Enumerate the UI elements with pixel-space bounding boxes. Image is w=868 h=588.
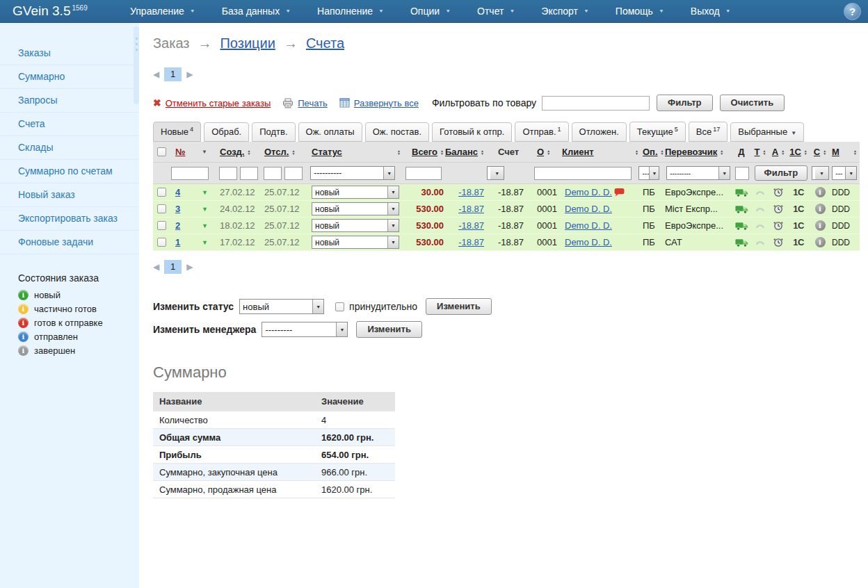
1c-icon[interactable]: 1С [793,220,804,231]
breadcrumb-invoices-link[interactable]: Счета [306,35,344,51]
filter-button[interactable]: Фильтр [657,95,713,111]
filter-created-to-input[interactable] [240,167,258,180]
col-header-t[interactable]: Т [755,147,760,157]
col-header-created[interactable]: Созд. [220,147,244,157]
expand-row-icon[interactable]: ▼ [202,206,208,213]
sort-icon[interactable] [720,149,723,155]
expand-row-icon[interactable]: ▼ [202,239,208,246]
filter-carrier-select[interactable]: ---------▼ [666,166,730,180]
info-icon[interactable]: i [815,204,826,214]
filter-tracked-from-input[interactable] [264,167,282,180]
client-link[interactable]: Demo D. D. [565,237,612,247]
status-tab[interactable]: Текущие5 [629,122,686,142]
sidebar-item[interactable]: Экспортировать заказ [0,207,139,231]
status-tab[interactable]: Отложен. [572,122,627,142]
apply-manager-button[interactable]: Изменить [356,321,422,338]
force-checkbox[interactable] [335,302,344,311]
clock-icon[interactable] [773,237,784,247]
pager-prev-icon[interactable]: ◀ [153,262,159,272]
sidebar-item[interactable]: Запросы [0,89,139,113]
filter-created-from-input[interactable] [219,167,237,180]
filter-c-select[interactable]: ▼ [812,166,829,180]
sidebar-item[interactable]: Счета [0,113,139,136]
col-header-carrier[interactable]: Перевозчик [665,147,717,157]
info-icon[interactable]: i [815,220,826,231]
filter-tracked-to-input[interactable] [284,167,303,180]
order-number-link[interactable]: 4 [175,187,180,197]
expand-row-icon[interactable]: ▼ [202,189,208,196]
sidebar-item[interactable]: Заказы [0,42,139,65]
col-header-status[interactable]: Статус [312,147,342,157]
change-status-select[interactable]: новый ▼ [239,299,324,314]
sort-icon[interactable] [804,149,807,155]
delivery-truck-icon[interactable] [735,221,748,231]
pager-prev-icon[interactable]: ◀ [153,70,159,79]
row-checkbox[interactable] [157,238,166,247]
sort-icon[interactable] [291,149,295,155]
delivery-truck-icon[interactable] [735,188,748,197]
col-header-client[interactable]: Клиент [562,147,594,157]
client-link[interactable]: Demo D. D. [565,204,612,214]
order-number-link[interactable]: 1 [175,237,180,247]
sidebar-item[interactable]: Суммарно [0,65,139,89]
1c-icon[interactable]: 1С [793,187,804,197]
info-icon[interactable]: i [815,187,826,197]
sort-icon[interactable] [763,149,766,155]
pager-next-icon[interactable]: ▶ [186,70,193,79]
filter-by-product-input[interactable] [542,96,650,111]
menu-item[interactable]: Экспорт ▼ [528,6,602,17]
sidebar-item[interactable]: Новый заказ [0,183,139,207]
row-status-select[interactable]: новый▼ [312,186,399,199]
filter-status-select[interactable]: ----------▼ [310,166,395,180]
info-icon[interactable]: i [815,237,826,247]
sort-icon[interactable] [635,149,638,155]
filter-d-input[interactable] [735,167,749,180]
help-button[interactable]: ? [844,3,861,20]
balance-link[interactable]: -18.87 [458,187,484,197]
status-tab[interactable]: Все17 [689,122,728,142]
status-tab[interactable]: Новые4 [153,122,201,142]
sort-icon[interactable] [781,149,785,155]
filter-num-input[interactable] [171,167,209,180]
print-link[interactable]: Печать [298,98,328,108]
col-header-d[interactable]: Д [738,147,744,157]
sidebar-item[interactable]: Склады [0,136,139,160]
menu-item[interactable]: Опции ▼ [397,6,464,17]
filter-client-input[interactable] [534,167,632,180]
comment-balloon-icon[interactable] [614,188,625,199]
change-manager-select[interactable]: --------- ▼ [262,322,348,337]
phone-icon[interactable] [755,238,765,246]
order-number-link[interactable]: 3 [175,204,180,214]
col-header-a[interactable]: А [772,147,778,157]
menu-item[interactable]: Управление ▼ [117,6,209,17]
filter-total-input[interactable] [405,167,442,180]
col-header-num[interactable]: № [175,147,186,157]
col-header-tracked[interactable]: Отсл. [264,147,289,157]
sort-icon[interactable] [853,149,857,155]
sort-icon[interactable] [247,149,250,155]
balance-link[interactable]: -18.87 [458,220,484,231]
select-all-checkbox[interactable] [157,147,166,156]
sort-icon[interactable] [440,149,444,155]
col-header-c[interactable]: С [814,147,820,157]
sort-icon[interactable] [547,149,550,155]
table-filter-button[interactable]: Фильтр [755,165,808,181]
clear-button[interactable]: Очистить [720,95,785,111]
order-number-link[interactable]: 2 [175,220,180,231]
1c-icon[interactable]: 1С [793,204,804,214]
delivery-truck-icon[interactable] [735,238,748,247]
pager-page-button[interactable]: 1 [164,260,182,274]
filter-m-select[interactable]: ---▼ [832,166,857,180]
status-tab[interactable]: Подтв. [252,122,295,142]
row-status-select[interactable]: новый▼ [312,202,399,215]
delivery-truck-icon[interactable] [735,204,748,214]
pager-page-button[interactable]: 1 [164,67,182,81]
client-link[interactable]: Demo D. D. [565,187,612,197]
phone-icon[interactable] [755,188,765,196]
menu-item[interactable]: Помощь ▼ [602,6,677,17]
clock-icon[interactable] [773,204,784,214]
pager-next-icon[interactable]: ▶ [186,262,193,272]
col-header-1c[interactable]: 1С [789,147,801,157]
breadcrumb-positions-link[interactable]: Позиции [220,35,275,51]
clock-icon[interactable] [773,187,784,197]
